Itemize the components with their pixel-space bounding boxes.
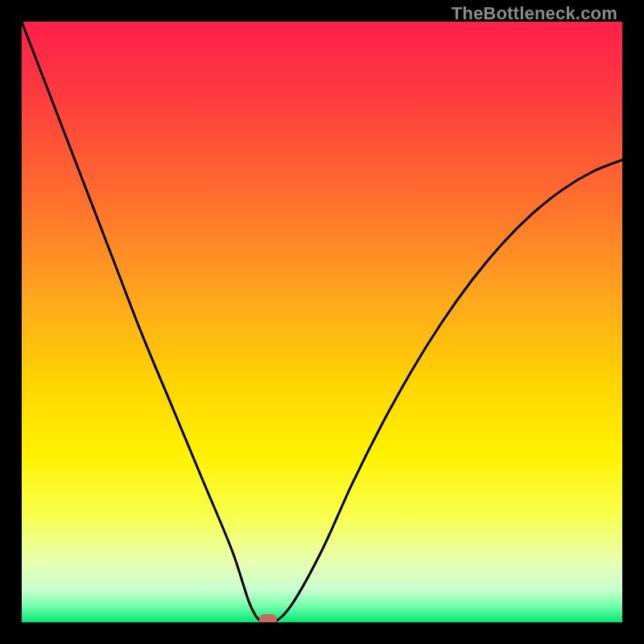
- optimal-marker: [259, 614, 277, 622]
- chart-frame: TheBottleneck.com: [0, 0, 644, 644]
- chart-canvas: [22, 22, 622, 622]
- plot-area: [22, 22, 622, 622]
- gradient-background: [22, 22, 622, 622]
- watermark-text: TheBottleneck.com: [452, 3, 617, 24]
